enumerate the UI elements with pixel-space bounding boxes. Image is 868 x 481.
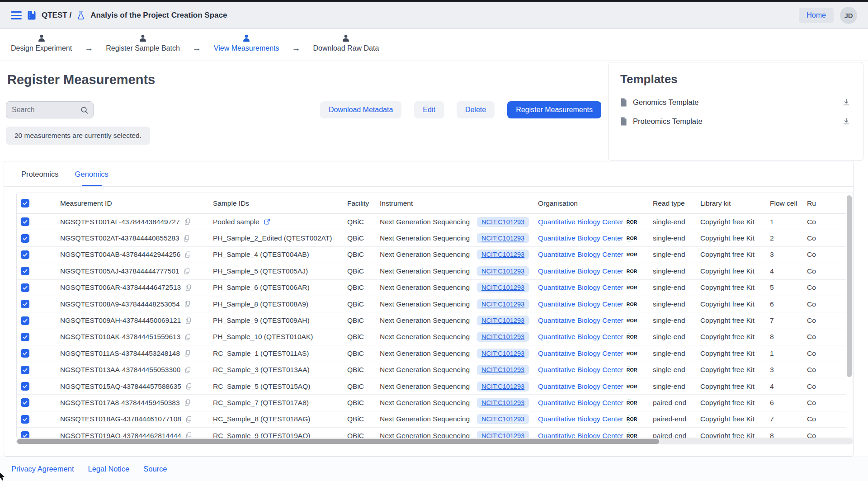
download-template-icon[interactable] [841,97,851,107]
ontology-term-link[interactable]: NCIT:C101293 [477,349,529,358]
step-view-measurements[interactable]: View Measurements [214,29,279,61]
ontology-term-link[interactable]: NCIT:C101293 [477,365,529,375]
organisation-link[interactable]: Quantitative Biology Center [538,250,623,259]
organisation-link[interactable]: Quantitative Biology Center [538,300,623,308]
read-type: single-end [653,234,685,242]
copy-icon[interactable] [184,300,191,308]
read-type: single-end [653,218,685,226]
organisation-link[interactable]: Quantitative Biology Center [538,234,623,242]
sample-ids: RC_Sample_1 (QTEST011AS) [213,349,309,358]
step-label: View Measurements [214,44,279,52]
facility: QBiC [347,218,364,226]
row-checkbox[interactable] [21,250,29,259]
copy-icon[interactable] [185,432,192,438]
edit-button[interactable]: Edit [414,101,444,118]
organisation-link[interactable]: Quantitative Biology Center [538,382,623,391]
ontology-term-link[interactable]: NCIT:C101293 [477,299,529,309]
avatar[interactable]: JD [840,7,857,24]
row-checkbox[interactable] [21,300,29,308]
ontology-term-link[interactable]: NCIT:C101293 [477,250,529,259]
copy-icon[interactable] [185,284,192,292]
copy-icon[interactable] [184,366,191,374]
organisation-link[interactable]: Quantitative Biology Center [538,316,623,325]
ontology-term-link[interactable]: NCIT:C101293 [477,266,529,276]
row-checkbox[interactable] [21,267,29,275]
search-icon[interactable] [80,106,89,114]
menu-icon[interactable] [11,11,22,19]
breadcrumb-project-code[interactable]: QTEST / [42,11,71,20]
organisation-link[interactable]: Quantitative Biology Center [538,432,623,438]
ontology-term-link[interactable]: NCIT:C101293 [477,283,529,292]
row-checkbox[interactable] [21,217,29,226]
select-all-checkbox[interactable] [21,199,29,207]
template-item: Genomics Template [620,97,851,107]
run-column-value: Co [807,382,816,391]
vertical-scrollbar-thumb[interactable] [847,195,852,377]
read-type: single-end [653,366,685,374]
copy-icon[interactable] [184,349,191,357]
organisation-link[interactable]: Quantitative Biology Center [538,267,623,275]
measurement-id: NGSQTEST004AB-437844442944256 [60,250,180,259]
organisation-link[interactable]: Quantitative Biology Center [538,349,623,358]
copy-icon[interactable] [183,235,190,242]
row-checkbox[interactable] [21,398,29,407]
ontology-term-link[interactable]: NCIT:C101293 [477,233,529,243]
delete-button[interactable]: Delete [457,101,495,118]
page-title: Register Measurements [7,72,155,87]
horizontal-scrollbar-thumb[interactable] [17,439,659,444]
ontology-term-link[interactable]: NCIT:C101293 [477,414,529,424]
ontology-term-link[interactable]: NCIT:C101293 [477,316,529,325]
copy-icon[interactable] [184,333,191,341]
download-metadata-button[interactable]: Download Metadata [320,101,401,118]
measurement-row: NGSQTEST006AR-437844446472513PH_Sample_6… [17,280,846,296]
ror-badge-icon: ROR [627,384,637,389]
row-checkbox[interactable] [21,283,29,292]
row-checkbox[interactable] [21,349,29,358]
ontology-term-link[interactable]: NCIT:C101293 [477,332,529,342]
step-design-experiment[interactable]: Design Experiment [11,29,72,61]
ontology-term-link[interactable]: NCIT:C101293 [477,382,529,391]
ontology-term-link[interactable]: NCIT:C101293 [477,398,529,408]
row-checkbox[interactable] [21,316,29,325]
row-checkbox[interactable] [21,382,29,391]
copy-icon[interactable] [185,415,192,423]
register-measurements-button[interactable]: Register Measurements [507,101,601,118]
step-register-sample-batch[interactable]: Register Sample Batch [106,29,180,61]
row-checkbox[interactable] [21,333,29,341]
copy-icon[interactable] [185,382,192,390]
organisation-link[interactable]: Quantitative Biology Center [538,333,623,341]
organisation-link[interactable]: Quantitative Biology Center [538,415,623,423]
copy-icon[interactable] [184,267,190,275]
organisation-link[interactable]: Quantitative Biology Center [538,218,623,226]
footer-link-legal-notice[interactable]: Legal Notice [88,465,129,473]
organisation-link[interactable]: Quantitative Biology Center [538,366,623,374]
ontology-term-link[interactable]: NCIT:C101293 [477,431,529,438]
column-header: Flow cell [770,199,797,207]
document-icon [620,117,627,126]
tab-proteomics[interactable]: Proteomics [19,161,61,186]
row-checkbox[interactable] [21,366,29,374]
row-checkbox[interactable] [21,234,29,243]
tab-genomics[interactable]: Genomics [72,161,111,186]
home-button[interactable]: Home [799,8,834,23]
external-link-icon[interactable] [264,218,270,225]
organisation-link[interactable]: Quantitative Biology Center [538,399,623,407]
download-template-icon[interactable] [841,116,851,126]
instrument: Next Generation Sequencing [380,349,470,358]
measurement-id: NGSQTEST001AL-437844438449727 [60,218,180,226]
read-type: single-end [653,300,685,308]
copy-icon[interactable] [184,218,191,226]
footer-link-source[interactable]: Source [143,465,167,473]
copy-icon[interactable] [184,399,191,406]
row-checkbox[interactable] [21,431,29,438]
ontology-term-link[interactable]: NCIT:C101293 [477,217,529,227]
copy-icon[interactable] [184,251,191,259]
measurement-row: NGSQTEST011AS-437844453248148RC_Sample_1… [17,345,846,362]
flow-cell: 7 [770,415,774,423]
search-input[interactable] [12,106,80,114]
footer-link-privacy-agreement[interactable]: Privacy Agreement [11,465,74,473]
row-checkbox[interactable] [21,415,29,424]
copy-icon[interactable] [185,317,192,325]
organisation-link[interactable]: Quantitative Biology Center [538,283,623,292]
step-download-raw-data[interactable]: Download Raw Data [313,29,379,61]
